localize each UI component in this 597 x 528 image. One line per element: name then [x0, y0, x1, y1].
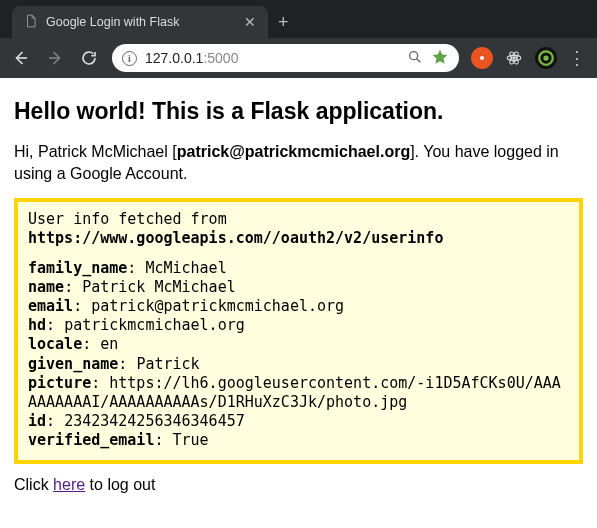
value: patrick@patrickmcmichael.org	[91, 297, 344, 315]
userinfo-caption: User info fetched from https://www.googl…	[28, 210, 569, 248]
userinfo-row: picture: https://lh6.googleusercontent.c…	[28, 374, 569, 412]
close-icon[interactable]: ✕	[244, 15, 256, 29]
bracket-close: ].	[410, 143, 419, 160]
svg-point-1	[480, 56, 484, 60]
userinfo-url: https://www.googleapis.com//oauth2/v2/us…	[28, 229, 443, 247]
bookmark-star-icon[interactable]	[431, 48, 449, 69]
value: patrickmcmichael.org	[64, 316, 245, 334]
value: Patrick McMichael	[82, 278, 236, 296]
url-text: 127.0.0.1:5000	[145, 50, 238, 66]
value: https://lh6.googleusercontent.com/-i1D5A…	[28, 374, 561, 411]
value: 23423424256346346457	[64, 412, 245, 430]
extension-icon-3[interactable]	[535, 47, 557, 69]
address-bar[interactable]: i 127.0.0.1:5000	[112, 44, 459, 72]
browser-tab[interactable]: Google Login with Flask ✕	[12, 6, 268, 38]
back-button[interactable]	[10, 47, 32, 69]
greeting-email: patrick@patrickmcmichael.org	[177, 143, 410, 160]
svg-point-5	[513, 57, 515, 59]
page-title: Hello world! This is a Flask application…	[14, 98, 583, 125]
value: en	[100, 335, 118, 353]
browser-chrome: Google Login with Flask ✕ + i 127.0.0.1:…	[0, 0, 597, 78]
userinfo-row: given_name: Patrick	[28, 355, 569, 374]
userinfo-row: locale: en	[28, 335, 569, 354]
userinfo-row: email: patrick@patrickmcmichael.org	[28, 297, 569, 316]
value: True	[173, 431, 209, 449]
svg-point-0	[410, 51, 418, 59]
logout-link[interactable]: here	[53, 476, 85, 493]
new-tab-button[interactable]: +	[268, 6, 299, 38]
userinfo-row: id: 23423424256346346457	[28, 412, 569, 431]
value: McMichael	[145, 259, 226, 277]
info-icon[interactable]: i	[122, 51, 137, 66]
key: hd	[28, 316, 46, 334]
key: picture	[28, 374, 91, 392]
userinfo-row: hd: patrickmcmichael.org	[28, 316, 569, 335]
logout-prefix: Click	[14, 476, 53, 493]
logout-suffix: to log out	[85, 476, 155, 493]
greeting-text: Hi, Patrick McMichael [patrick@patrickmc…	[14, 141, 583, 184]
tab-title: Google Login with Flask	[46, 15, 236, 29]
greeting-name: Patrick McMichael	[38, 143, 168, 160]
omnibox-right	[407, 48, 449, 69]
zoom-icon[interactable]	[407, 49, 423, 68]
userinfo-row: family_name: McMichael	[28, 259, 569, 278]
extension-icon-2[interactable]	[503, 47, 525, 69]
extension-icons: ⋮	[471, 47, 587, 69]
key: family_name	[28, 259, 127, 277]
key: locale	[28, 335, 82, 353]
file-icon	[24, 14, 38, 31]
toolbar: i 127.0.0.1:5000	[0, 38, 597, 78]
url-host: 127.0.0.1	[145, 50, 203, 66]
forward-button[interactable]	[44, 47, 66, 69]
menu-button[interactable]: ⋮	[567, 47, 587, 69]
key: id	[28, 412, 46, 430]
svg-point-7	[543, 55, 548, 60]
key: given_name	[28, 355, 118, 373]
url-port: :5000	[203, 50, 238, 66]
userinfo-row: verified_email: True	[28, 431, 569, 450]
greeting-prefix: Hi,	[14, 143, 38, 160]
extension-icon-1[interactable]	[471, 47, 493, 69]
userinfo-caption-prefix: User info fetched from	[28, 210, 227, 228]
logout-text: Click here to log out	[14, 476, 583, 494]
value: Patrick	[136, 355, 199, 373]
key: verified_email	[28, 431, 154, 449]
userinfo-row: name: Patrick McMichael	[28, 278, 569, 297]
userinfo-box: User info fetched from https://www.googl…	[14, 198, 583, 464]
key: email	[28, 297, 73, 315]
bracket-open: [	[168, 143, 177, 160]
tab-strip: Google Login with Flask ✕ +	[0, 0, 597, 38]
reload-button[interactable]	[78, 47, 100, 69]
page-content: Hello world! This is a Flask application…	[0, 78, 597, 504]
key: name	[28, 278, 64, 296]
